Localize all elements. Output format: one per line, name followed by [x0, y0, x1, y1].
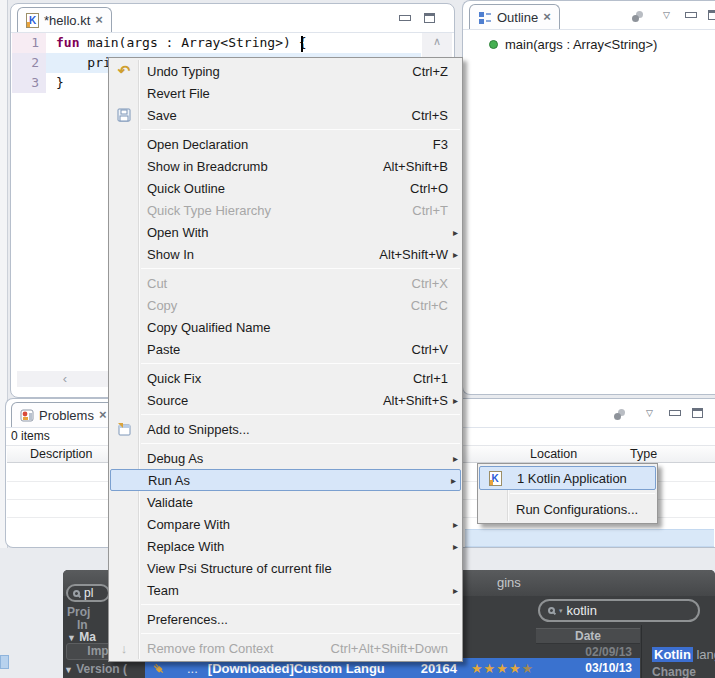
menu-item-label: Save	[147, 108, 177, 123]
outline-tab[interactable]: Outline ×	[469, 4, 560, 29]
scroll-up-icon[interactable]: ∧	[422, 33, 452, 49]
menu-item-view-psi-structure-of-current-file[interactable]: View Psi Structure of current file	[109, 557, 462, 579]
menu-item-quick-type-hierarchy: Quick Type HierarchyCtrl+T	[109, 199, 462, 221]
menu-item-compare-with[interactable]: Compare With▸	[109, 513, 462, 535]
nav-item-version[interactable]: ▼ Version (	[64, 662, 127, 676]
view-menu-icon[interactable]: ▽	[646, 408, 653, 418]
menu-icon-slot	[114, 180, 134, 196]
plugins-search-input[interactable]: ▾ kotlin	[538, 599, 700, 622]
horizontal-scrollbar[interactable]: ‹	[17, 371, 113, 387]
menu-item-team[interactable]: Team▸	[109, 579, 462, 601]
menu-item-shortcut: Alt+Shift+W	[379, 247, 448, 262]
menu-item-validate[interactable]: Validate	[109, 491, 462, 513]
menu-item-open-declaration[interactable]: Open DeclarationF3	[109, 133, 462, 155]
minimize-icon[interactable]	[669, 409, 680, 418]
submenu-arrow-icon: ▸	[448, 453, 458, 464]
change-notes-heading: Change Notes	[652, 665, 715, 678]
menu-item-label: Run As	[148, 473, 190, 488]
plugin-icon	[152, 662, 165, 675]
divider	[641, 625, 642, 678]
column-description[interactable]: Description	[30, 447, 93, 461]
nav-item-ma[interactable]: ▼ Ma	[67, 630, 96, 644]
submenu-arrow-icon: ▸	[448, 585, 458, 596]
tree-expander-icon[interactable]: ▼	[67, 633, 76, 643]
menu-icon-slot	[114, 319, 134, 335]
menu-item-preferences[interactable]: Preferences...	[109, 608, 462, 630]
scroll-left-icon[interactable]: ‹	[17, 371, 113, 386]
menu-item-debug-as[interactable]: Debug As▸	[109, 447, 462, 469]
outline-icon	[478, 11, 492, 24]
run-as-submenu: K1 Kotlin ApplicationRun Configurations.…	[477, 463, 658, 524]
menu-item-undo-typing[interactable]: ↶Undo TypingCtrl+Z	[109, 60, 462, 82]
menu-item-show-in-breadcrumb[interactable]: Show in BreadcrumbAlt+Shift+B	[109, 155, 462, 177]
filter-icon[interactable]	[613, 409, 627, 421]
column-type[interactable]: Type	[630, 447, 657, 461]
tab-close-icon[interactable]: ×	[543, 12, 551, 22]
menu-item-open-with[interactable]: Open With▸	[109, 221, 462, 243]
selected-empty-row[interactable]	[465, 529, 714, 547]
menu-item-source[interactable]: SourceAlt+Shift+S▸	[109, 389, 462, 411]
menu-item-label: Run Configurations...	[516, 502, 638, 517]
menu-item-label: Paste	[147, 342, 180, 357]
menu-item-shortcut: Ctrl+Z	[412, 64, 448, 79]
outline-item-label: main(args : Array<String>)	[505, 37, 657, 52]
submenu-arrow-icon: ▸	[448, 395, 458, 406]
search-value: kotlin	[567, 603, 597, 618]
maximize-icon[interactable]	[424, 13, 435, 23]
menu-item-copy-qualified-name[interactable]: Copy Qualified Name	[109, 316, 462, 338]
menu-icon-slot	[114, 392, 134, 408]
menu-item-cut: CutCtrl+X	[109, 272, 462, 294]
menu-item-shortcut: F3	[433, 137, 448, 152]
menu-item-paste[interactable]: PasteCtrl+V	[109, 338, 462, 360]
line-number: 3	[12, 73, 46, 93]
column-date[interactable]: Date	[536, 628, 640, 644]
focus-icon[interactable]	[631, 11, 645, 23]
menu-item-label: View Psi Structure of current file	[147, 561, 332, 576]
tab-close-icon[interactable]: ×	[95, 15, 103, 25]
menu-item-1-kotlin-application[interactable]: K1 Kotlin Application	[479, 466, 656, 490]
menu-item-label: Show in Breadcrumb	[147, 159, 268, 174]
maximize-icon[interactable]	[692, 408, 703, 418]
menu-item-shortcut: Ctrl+X	[412, 276, 448, 291]
menu-item-show-in[interactable]: Show InAlt+Shift+W▸	[109, 243, 462, 265]
menu-icon-slot	[114, 494, 134, 510]
menu-item-shortcut: Ctrl+S	[412, 108, 448, 123]
tab-close-icon[interactable]: ×	[99, 410, 107, 420]
remove-context-icon: ↓	[114, 640, 134, 656]
menu-item-replace-with[interactable]: Replace With▸	[109, 535, 462, 557]
search-icon	[548, 607, 555, 614]
menu-item-label: Replace With	[147, 539, 224, 554]
minimize-icon[interactable]	[399, 14, 410, 23]
view-menu-icon[interactable]: ▽	[663, 10, 670, 20]
editor-tab-hello-kt[interactable]: K *hello.kt ×	[17, 7, 112, 32]
trim-chip	[0, 655, 9, 669]
search-dropdown-icon[interactable]: ▾	[559, 607, 563, 615]
menu-item-quick-fix[interactable]: Quick FixCtrl+1	[109, 367, 462, 389]
menu-item-add-to-snippets[interactable]: Add to Snippets...	[109, 418, 462, 440]
maximize-icon[interactable]	[708, 10, 715, 20]
problems-tab[interactable]: Problems ×	[11, 402, 116, 427]
line-number: 2	[12, 53, 46, 73]
menu-item-label: Debug As	[147, 451, 203, 466]
menu-separator	[109, 126, 462, 133]
menu-item-save[interactable]: SaveCtrl+S	[109, 104, 462, 126]
outline-tab-label: Outline	[497, 10, 538, 25]
plugin-detail-title: Kotlin language support	[652, 647, 715, 662]
menu-item-copy: CopyCtrl+C	[109, 294, 462, 316]
plugin-row-ellipsis: ...	[187, 661, 198, 676]
code-line-1[interactable]: 1fun main(args : Array<String>) {	[12, 33, 421, 53]
menu-item-run-configurations[interactable]: Run Configurations...	[478, 497, 657, 521]
outline-item-main[interactable]: main(args : Array<String>)	[489, 37, 657, 52]
tree-expander-icon[interactable]: ▼	[64, 665, 73, 675]
submenu-arrow-icon: ▸	[448, 519, 458, 530]
dialog-left-search-input[interactable]: pl	[66, 584, 110, 602]
menu-item-run-as[interactable]: Run As▸	[110, 469, 461, 491]
problems-tab-label: Problems	[39, 408, 94, 423]
minimize-icon[interactable]	[685, 11, 696, 20]
problems-icon	[20, 409, 34, 422]
nav-item-proj[interactable]: Proj	[67, 605, 90, 619]
menu-item-revert-file[interactable]: Revert File	[109, 82, 462, 104]
column-location[interactable]: Location	[530, 447, 577, 461]
menu-icon-slot	[483, 501, 503, 517]
menu-item-quick-outline[interactable]: Quick OutlineCtrl+O	[109, 177, 462, 199]
